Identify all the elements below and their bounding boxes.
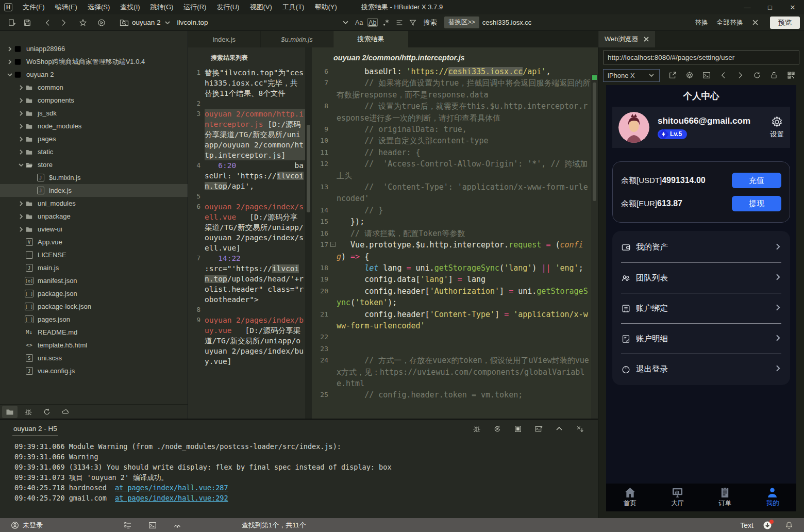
code-line[interactable]: 16 // 请求拦截，配置Token等参数 [312,228,591,239]
collapse-panel-icon[interactable] [551,423,567,435]
tree-item[interactable]: static [0,145,188,158]
tree-item[interactable]: Jvue.config.js [0,364,188,377]
code-line[interactable]: 19 config.data['lang'] = lang [312,274,591,285]
search-result-line[interactable]: 4 6:20 baseUrl: 'https://ilvcoin.top/api… [188,160,305,191]
console-tab[interactable]: ouyuan 2 - H5 [12,422,58,436]
chevron-down-icon[interactable] [6,71,13,78]
menu-item[interactable]: 工具(T) [277,0,310,14]
user-account-icon[interactable] [7,519,23,531]
menu-item[interactable]: 运行(R) [178,0,211,14]
search-result-line[interactable]: 8 [188,305,305,315]
preview-button[interactable]: 预览 [770,16,800,29]
menu-item-wallet[interactable]: 我的资产 [621,232,781,262]
update-download-icon[interactable] [763,521,772,530]
code-line[interactable]: 10 // 设置自定义头部content-type [312,135,591,146]
chevron-right-icon[interactable] [18,213,25,220]
browser-refresh-icon[interactable] [751,69,763,81]
unlock-icon[interactable] [768,69,780,81]
debug-tab-icon[interactable] [21,406,36,418]
code-line[interactable]: 7 // 如果将此值设置为true，拦截回调中将会返回服务端返回的所有数据res… [312,77,591,101]
search-result-line[interactable]: 3ouyuan 2/common/http.interceptor.js [D:… [188,109,305,160]
explorer-tab-icon[interactable] [2,406,18,418]
chevron-right-icon[interactable] [18,226,25,233]
stop-icon[interactable] [510,423,526,435]
chevron-right-icon[interactable] [6,58,13,65]
source-link[interactable]: at pages/index/hall.vue:287 [115,484,228,492]
browser-settings-icon[interactable] [683,69,696,81]
editor-tab[interactable]: 搜索结果 [333,31,408,47]
code-line[interactable]: 6 baseUrl: 'https://ceshi335.iosx.cc/api… [312,66,591,77]
search-list-scrollbar[interactable] [305,47,312,419]
run-button[interactable] [94,16,109,29]
tree-item[interactable]: [o]manifest.json [0,274,188,287]
tree-item[interactable]: node_modules [0,120,188,132]
open-external-icon[interactable] [666,69,679,81]
nav-forward-button[interactable] [56,16,71,29]
search-scope-project[interactable]: ouyuan 2 [132,19,161,26]
settings-button[interactable]: 设置 [770,115,784,139]
search-result-line[interactable]: 2 [188,98,305,109]
code-line[interactable]: 17− Vue.prototype.$u.http.interceptor.re… [312,239,591,262]
menu-item[interactable]: 帮助(Y) [309,0,342,14]
tab-hall[interactable]: 大厅 [654,484,701,511]
tree-item[interactable]: [ ]package-lock.json [0,300,188,313]
tree-item[interactable]: LICENSE [0,248,188,261]
encoding-mode[interactable]: Text [740,521,753,529]
restart-icon[interactable] [490,423,505,435]
qr-code-icon[interactable] [785,69,797,81]
close-search-icon[interactable] [747,16,763,29]
menu-item[interactable]: 发行(U) [211,0,244,14]
minimize-button[interactable]: — [736,0,759,14]
code-line[interactable]: 25 // config.header.token = vm.token; [312,389,591,401]
tree-item[interactable]: WoShop跨境商城商家管理移动端V1.0.4 [0,55,188,68]
chevron-right-icon[interactable] [18,84,25,91]
code-line[interactable]: 11 // header: { [312,147,591,158]
save-button[interactable] [20,16,35,29]
tree-item[interactable]: J$u.mixin.js [0,171,188,184]
tree-item[interactable]: [ ]package.json [0,287,188,300]
code-line[interactable]: 21 config.header['Content-Type'] = 'appl… [312,309,591,332]
code-lines[interactable]: 6 baseUrl: 'https://ceshi335.iosx.cc/api… [312,66,598,419]
code-line[interactable]: 20 config.header['Authorization'] = uni.… [312,286,591,309]
chevron-down-icon[interactable] [18,161,25,169]
search-result-line[interactable]: 9ouyuan 2/pages/index/buy.vue [D:/源码分享渠道… [188,315,305,367]
menu-item[interactable]: 查找(I) [115,0,145,14]
close-button[interactable]: ✕ [781,0,804,14]
tree-item[interactable]: unpackage [0,210,188,223]
browser-back-icon[interactable] [717,69,730,81]
search-scope[interactable]: ouyuan 2 ilvcoin.top [116,16,208,29]
chevron-right-icon[interactable] [18,123,25,130]
menu-item[interactable]: 视图(V) [244,0,277,14]
performance-icon[interactable] [170,519,185,531]
favorite-button[interactable] [75,16,91,29]
new-terminal-icon[interactable] [531,423,546,435]
tree-item[interactable]: components [0,94,188,107]
search-result-line[interactable]: 1替换"ilvcoin.top"为"ceshi335.iosx.cc"完毕，共替… [188,68,305,98]
tree-item[interactable]: uview-ui [0,223,188,236]
tree-item[interactable]: uniapp28966 [0,42,188,55]
tree-item[interactable]: [ ]pages.json [0,313,188,326]
search-result-line[interactable]: 5 [188,191,305,202]
chevron-right-icon[interactable] [6,45,13,53]
replace-button[interactable]: 替换 [691,18,712,27]
debug-icon[interactable] [469,423,484,435]
search-result-line[interactable]: 6ouyuan 2/pages/index/sell.vue [D:/源码分享渠… [188,202,305,253]
search-result-line[interactable]: 7 14:22 :src="'https://ilvcoin.top/uploa… [188,253,305,305]
tab-home[interactable]: 首页 [606,484,654,511]
code-line[interactable]: 24 // 方式一，存放在vuex的token，假设使用了uView封装的vue… [312,355,591,389]
tree-item[interactable]: Jindex.js [0,184,188,197]
whole-word-toggle[interactable]: Ab [367,18,378,27]
replace-input[interactable]: ceshi335.iosx.cc [482,19,560,26]
tree-item[interactable]: <>template.h5.html [0,339,188,352]
chevron-down-icon[interactable] [164,19,171,26]
terminal-icon[interactable] [145,519,160,531]
code-line[interactable]: 14 // } [312,205,591,216]
sync-tab-icon[interactable] [39,406,55,418]
browser-forward-icon[interactable] [734,69,746,81]
filter-icon[interactable] [406,16,420,29]
match-case-toggle[interactable]: Aa [353,16,366,29]
tab-order[interactable]: 订单 [701,484,749,511]
tree-item[interactable]: ouyuan 2 [0,68,188,81]
new-file-button[interactable] [4,16,20,29]
tree-item[interactable]: M↓README.md [0,326,188,339]
